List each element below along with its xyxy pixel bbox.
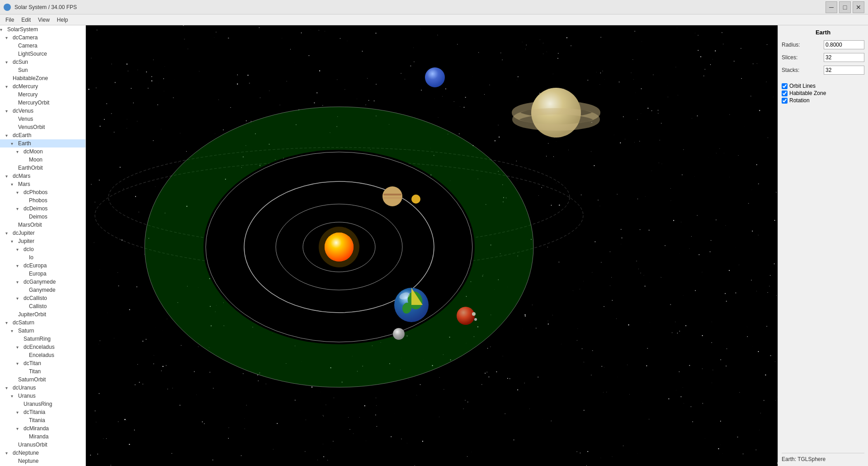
tree-item-Jupiter[interactable]: ▾Jupiter xyxy=(0,237,85,245)
menu-edit[interactable]: Edit xyxy=(18,16,34,24)
tree-arrow: ▾ xyxy=(11,394,17,399)
tree-item-SaturnOrbit[interactable]: SaturnOrbit xyxy=(0,376,85,384)
close-button[interactable]: ✕ xyxy=(853,1,864,13)
tree-item-dcPhobos[interactable]: ▾dcPhobos xyxy=(0,188,85,196)
tree-item-solarsystem[interactable]: ▾SolarSystem xyxy=(0,25,85,33)
tree-item-EarthOrbit[interactable]: EarthOrbit xyxy=(0,164,85,172)
tree-arrow: ▾ xyxy=(16,247,23,252)
tree-item-Titania[interactable]: Titania xyxy=(0,416,85,424)
habitable-zone-label[interactable]: Habitable Zone xyxy=(789,90,826,96)
tree-item-dcMoon[interactable]: ▾dcMoon xyxy=(0,147,85,156)
tree-item-Europa[interactable]: Europa xyxy=(0,270,85,278)
menu-file[interactable]: File xyxy=(2,16,18,24)
maximize-button[interactable]: □ xyxy=(839,1,851,13)
moon-body xyxy=(393,328,405,340)
tree-label: dcPhobos xyxy=(23,189,48,196)
tree-item-JupiterOrbit[interactable]: JupiterOrbit xyxy=(0,310,85,319)
orbit-lines-checkbox[interactable] xyxy=(782,83,788,89)
tree-item-SaturnRing[interactable]: SaturnRing xyxy=(0,335,85,343)
tree-item-dcEuropa[interactable]: ▾dcEuropa xyxy=(0,262,85,270)
tree-item-Callisto[interactable]: Callisto xyxy=(0,302,85,310)
menu-help[interactable]: Help xyxy=(53,16,72,24)
tree-item-dcJupiter[interactable]: ▾dcJupiter xyxy=(0,229,85,237)
minimize-button[interactable]: ─ xyxy=(826,1,837,13)
habitable-zone-checkbox[interactable] xyxy=(782,90,788,96)
tree-item-Io[interactable]: Io xyxy=(0,253,85,262)
tree-arrow: ▾ xyxy=(5,133,12,138)
tree-item-dcDeimos[interactable]: ▾dcDeimos xyxy=(0,204,85,213)
tree-item-Mercury[interactable]: Mercury xyxy=(0,90,85,99)
tree-item-Saturn[interactable]: ▾Saturn xyxy=(0,327,85,335)
menu-view[interactable]: View xyxy=(34,16,53,24)
tree-item-Deimos[interactable]: Deimos xyxy=(0,213,85,221)
tree-label: SolarSystem xyxy=(6,26,39,33)
tree-arrow: ▾ xyxy=(16,263,23,268)
tree-arrow: ▾ xyxy=(16,361,23,366)
tree-item-VenusOrbit[interactable]: VenusOrbit xyxy=(0,123,85,131)
tree-item-dcGanymede[interactable]: ▾dcGanymede xyxy=(0,278,85,286)
tree-arrow: ▾ xyxy=(16,206,23,211)
tree-item-HabitableZone[interactable]: HabitableZone xyxy=(0,74,85,82)
tree-item-Mars[interactable]: ▾Mars xyxy=(0,180,85,188)
3d-viewport[interactable] xyxy=(86,25,778,466)
phobos-moon xyxy=(472,312,476,316)
tree-item-LightSource[interactable]: LightSource xyxy=(0,50,85,58)
tree-item-dcEarth[interactable]: ▾dcEarth xyxy=(0,131,85,139)
tree-item-dcSaturn[interactable]: ▾dcSaturn xyxy=(0,319,85,327)
tree-label: dcUranus xyxy=(12,384,37,391)
orbit-lines-label[interactable]: Orbit Lines xyxy=(789,83,816,89)
tree-item-Camera[interactable]: Camera xyxy=(0,42,85,50)
tree-item-dcVenus[interactable]: ▾dcVenus xyxy=(0,107,85,115)
tree-item-UranusRing[interactable]: UranusRing xyxy=(0,400,85,408)
tree-item-dcNeptune[interactable]: ▾dcNeptune xyxy=(0,449,85,457)
tree-item-Moon[interactable]: Moon xyxy=(0,156,85,164)
tree-item-Enceladus[interactable]: Enceladus xyxy=(0,351,85,359)
tree-item-dcCamera[interactable]: ▾dcCamera xyxy=(0,33,85,42)
radius-input[interactable] xyxy=(824,40,864,49)
checkboxes-section: Orbit Lines Habitable Zone Rotation xyxy=(782,82,864,105)
tree-label: dcEarth xyxy=(12,132,32,139)
tree-item-Miranda[interactable]: Miranda xyxy=(0,433,85,441)
stacks-input[interactable] xyxy=(824,66,864,75)
tree-label: VenusOrbit xyxy=(17,124,46,131)
tree-label: dcEnceladus xyxy=(23,343,56,351)
tree-label: Saturn xyxy=(17,327,35,334)
tree-item-Uranus[interactable]: ▾Uranus xyxy=(0,392,85,400)
tree-item-Titan[interactable]: Titan xyxy=(0,367,85,376)
tree-item-dcTitania[interactable]: ▾dcTitania xyxy=(0,408,85,416)
scene-svg xyxy=(86,25,778,466)
rotation-label[interactable]: Rotation xyxy=(789,97,810,104)
jupiter-body xyxy=(382,186,402,206)
tree-item-Earth[interactable]: ▾Earth xyxy=(0,139,85,147)
tree-item-Ganymede[interactable]: Ganymede xyxy=(0,286,85,294)
tree-label: Callisto xyxy=(28,303,47,310)
tree-item-dcIo[interactable]: ▾dcIo xyxy=(0,245,85,253)
tree-item-dcCallisto[interactable]: ▾dcCallisto xyxy=(0,294,85,302)
tree-item-Venus[interactable]: Venus xyxy=(0,115,85,123)
tree-item-dcMars[interactable]: ▾dcMars xyxy=(0,172,85,180)
rotation-row: Rotation xyxy=(782,97,864,104)
rotation-checkbox[interactable] xyxy=(782,98,788,104)
tree-label: dcMoon xyxy=(23,148,44,155)
tree-item-dcUranus[interactable]: ▾dcUranus xyxy=(0,384,85,392)
radius-row: Radius: xyxy=(782,40,864,49)
slices-input[interactable] xyxy=(824,53,864,62)
tree-item-MercuryOrbit[interactable]: MercuryOrbit xyxy=(0,99,85,107)
tree-item-dcSun[interactable]: ▾dcSun xyxy=(0,58,85,66)
tree-item-dcMercury[interactable]: ▾dcMercury xyxy=(0,82,85,90)
orbit-lines-row: Orbit Lines xyxy=(782,83,864,89)
tree-item-dcMiranda[interactable]: ▾dcMiranda xyxy=(0,424,85,433)
tree-item-Phobos[interactable]: Phobos xyxy=(0,196,85,204)
tree-item-Sun[interactable]: Sun xyxy=(0,66,85,74)
scene-tree-sidebar[interactable]: ▾SolarSystem▾dcCameraCameraLightSource▾d… xyxy=(0,25,86,466)
tree-item-dcEnceladus[interactable]: ▾dcEnceladus xyxy=(0,343,85,351)
blue-planet xyxy=(425,67,445,87)
jupiter-band-1 xyxy=(383,194,401,195)
tree-item-UranusOrbit[interactable]: UranusOrbit xyxy=(0,441,85,449)
tree-item-Neptune[interactable]: Neptune xyxy=(0,457,85,465)
tree-item-dcTitan[interactable]: ▾dcTitan xyxy=(0,359,85,367)
status-bar: Earth: TGLSphere xyxy=(782,453,864,462)
menu-bar: File Edit View Help xyxy=(0,14,868,25)
tree-item-MarsOrbit[interactable]: MarsOrbit xyxy=(0,221,85,229)
tree-arrow: ▾ xyxy=(5,84,12,89)
